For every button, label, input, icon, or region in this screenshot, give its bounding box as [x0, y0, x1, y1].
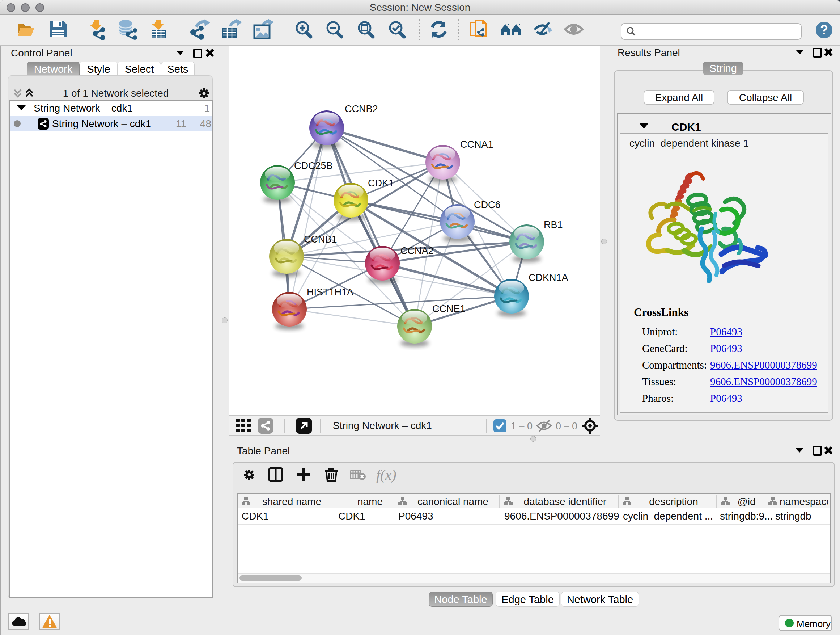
svg-text:CCNB1: CCNB1 — [304, 234, 337, 245]
svg-text:CDC25B: CDC25B — [294, 160, 333, 171]
svg-text:RB1: RB1 — [544, 219, 563, 230]
svg-text:CCNE1: CCNE1 — [432, 303, 466, 314]
svg-text:CDKN1A: CDKN1A — [529, 272, 568, 283]
svg-text:HIST1H1A: HIST1H1A — [307, 287, 354, 298]
svg-text:CCNB2: CCNB2 — [345, 103, 378, 114]
svg-text:?: ? — [820, 22, 828, 37]
svg-text:CDK1: CDK1 — [368, 178, 394, 188]
svg-text:CCNA2: CCNA2 — [401, 245, 434, 256]
svg-text:CDC6: CDC6 — [474, 200, 501, 211]
svg-text:CCNA1: CCNA1 — [460, 139, 493, 150]
